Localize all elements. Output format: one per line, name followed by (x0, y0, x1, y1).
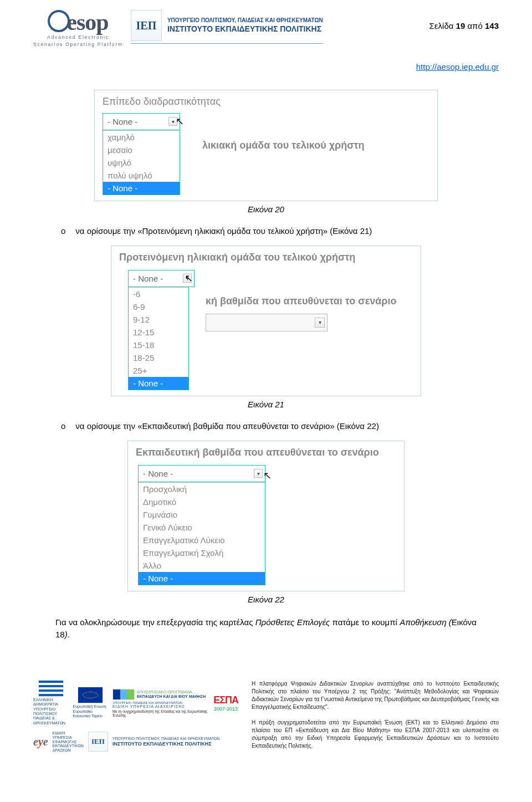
interactivity-level-dropdown[interactable]: - None -▾ (103, 113, 180, 130)
list-item[interactable]: 12-15 (129, 326, 188, 339)
list-item[interactable]: 25+ (129, 364, 188, 377)
aesop-subtitle-1: Advanced Electronic (47, 34, 109, 40)
eye-logo: eye (33, 735, 48, 748)
figure-22-screenshot: Εκπαιδευτική βαθμίδα που απευθύνεται το … (127, 441, 405, 591)
figure-22-caption: Εικόνα 22 (55, 595, 477, 604)
list-item[interactable]: μεσαίο (103, 144, 180, 156)
list-item[interactable]: Δημοτικό (139, 495, 265, 508)
page-number: Σελίδα 19 από 143 (429, 10, 499, 30)
aesop-url-link[interactable]: http://aesop.iep.edu.gr (416, 62, 499, 71)
list-item[interactable]: Γυμνάσιο (139, 508, 265, 521)
bullet-item-age-group: o να ορίσουμε την «Προτεινόμενη ηλικιακή… (61, 226, 477, 236)
institute-line: ΙΝΣΤΙΤΟΥΤΟ ΕΚΠΑΙΔΕΥΤΙΚΗΣ ΠΟΛΙΤΙΚΗΣ (167, 24, 323, 34)
interactivity-level-options[interactable]: χαμηλό μεσαίο υψηλό πολύ υψηλό - None - (103, 130, 180, 195)
chevron-down-icon[interactable]: ▾ (254, 469, 263, 478)
education-level-heading: Εκπαιδευτική βαθμίδα που απευθύνεται το … (136, 447, 396, 458)
ministry-line: ΥΠΟΥΡΓΕΙΟ ΠΟΛΙΤΙΣΜΟΥ, ΠΑΙΔΕΙΑΣ ΚΑΙ ΘΡΗΣΚ… (167, 17, 323, 24)
list-item[interactable]: 9-12 (129, 313, 188, 326)
list-item[interactable]: υψηλό (103, 156, 180, 169)
list-item[interactable]: χαμηλό (103, 131, 180, 144)
list-item[interactable]: - None - (139, 572, 265, 585)
education-level-options[interactable]: Προσχολική Δημοτικό Γυμνάσιο Γενικό Λύκε… (138, 482, 265, 585)
book-icon (112, 689, 135, 700)
footer-text: Η πλατφόρμα Ψηφιακών Διδακτικών Σεναρίων… (252, 680, 499, 758)
list-item[interactable]: - None - (103, 182, 180, 195)
iep-badge-icon: ΙΕΠ (131, 10, 162, 41)
list-item[interactable]: - None - (129, 377, 188, 390)
figure-21-screenshot: Προτεινόμενη ηλικιακή ομάδα του τελικού … (111, 246, 421, 396)
age-group-dropdown[interactable]: - None -▾ (128, 270, 195, 287)
list-item[interactable]: 18-25 (129, 351, 188, 364)
education-level-dropdown[interactable]: - None -▾ (138, 465, 265, 482)
list-item[interactable]: 15-18 (129, 339, 188, 351)
age-group-heading: Προτεινόμενη ηλικιακή ομάδα του τελικού … (119, 252, 413, 263)
education-level-partial-label: κή βαθμίδα που απευθύνεται το σενάριο (206, 295, 396, 307)
age-group-partial-label: λικιακή ομάδα του τελικού χρήστη (202, 140, 365, 151)
figure-21-caption: Εικόνα 21 (55, 400, 477, 409)
list-item[interactable]: Άλλο (139, 559, 265, 572)
age-group-options[interactable]: -6 6-9 9-12 12-15 15-18 18-25 25+ - None… (128, 287, 189, 390)
interactivity-level-heading: Επίπεδο διαδραστικότητας (103, 96, 429, 108)
eu-flag-icon (78, 687, 103, 703)
list-item[interactable]: Επαγγελματικό Λύκειο (139, 534, 265, 546)
list-item[interactable]: -6 (129, 288, 188, 300)
footer-logos: ΕΛΛΗΝΙΚΗ ΔΗΜΟΚΡΑΤΙΑ ΥΠΟΥΡΓΕΙΟ ΠΟΛΙΤΙΣΜΟΥ… (33, 680, 238, 753)
chevron-down-icon[interactable]: ▾ (183, 274, 192, 283)
closing-paragraph: Για να ολοκληρώσουμε την επεξεργασία της… (55, 616, 477, 641)
list-item[interactable]: 6-9 (129, 300, 188, 313)
list-item[interactable]: Επαγγελματική Σχολή (139, 546, 265, 559)
list-item[interactable]: Προσχολική (139, 483, 265, 495)
figure-20-screenshot: Επίπεδο διαδραστικότητας - None -▾ ↖ χαμ… (94, 90, 438, 201)
greek-flag-icon (38, 680, 64, 697)
figure-20-caption: Εικόνα 20 (55, 205, 477, 214)
aesop-logo: esop Advanced Electronic Scenarios Opera… (33, 10, 123, 48)
iep-header-block: ΙΕΠ ΥΠΟΥΡΓΕΙΟ ΠΟΛΙΤΙΣΜΟΥ, ΠΑΙΔΕΙΑΣ ΚΑΙ Θ… (131, 10, 323, 44)
espa-logo: ΕΣΠΑ (213, 694, 238, 706)
chevron-down-icon[interactable]: ▾ (168, 117, 177, 126)
chevron-down-icon[interactable]: ▾ (315, 318, 325, 328)
iep-badge-icon: ΙΕΠ (88, 732, 108, 752)
list-item[interactable]: Γενικό Λύκειο (139, 521, 265, 534)
bullet-item-education-level: o να ορίσουμε την «Εκπαιδευτική βαθμίδα … (61, 421, 477, 431)
list-item[interactable]: πολύ υψηλό (103, 169, 180, 182)
education-level-dropdown-collapsed[interactable]: ▾ (206, 314, 328, 331)
aesop-subtitle-2: Scenarios Operating Platform (33, 42, 123, 48)
